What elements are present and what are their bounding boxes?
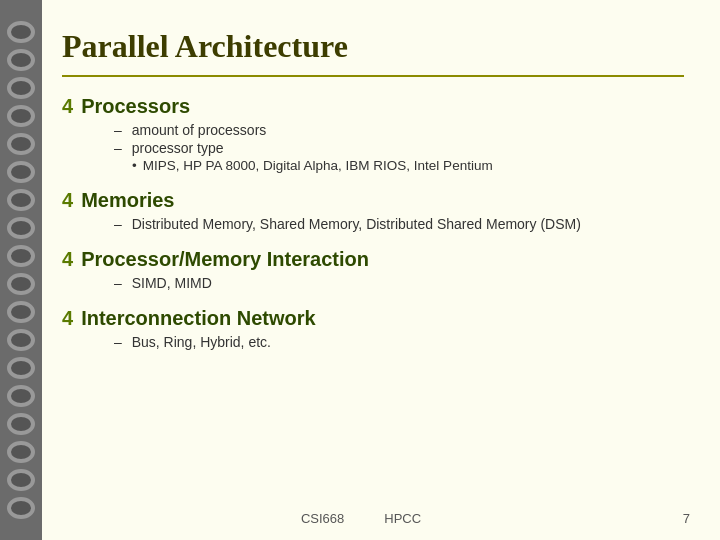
bullet-icon-memories: 4: [62, 189, 73, 212]
processor-type-item-0: MIPS, HP PA 8000, Digital Alpha, IBM RIO…: [132, 158, 684, 173]
section-label-interconnect: Interconnection Network: [81, 307, 315, 330]
memories-sublist: Distributed Memory, Shared Memory, Distr…: [114, 216, 684, 232]
spiral-ring: [7, 441, 35, 463]
proc-mem-sub-item-0: SIMD, MIMD: [114, 275, 684, 291]
spiral-ring: [7, 497, 35, 519]
processors-sub-item-1: processor type MIPS, HP PA 8000, Digital…: [114, 140, 684, 173]
spiral-ring: [7, 385, 35, 407]
section-label-proc-mem: Processor/Memory Interaction: [81, 248, 369, 271]
bullet-icon-proc-mem: 4: [62, 248, 73, 271]
bullet-icon-processors: 4: [62, 95, 73, 118]
spiral-ring: [7, 273, 35, 295]
spiral-ring: [7, 357, 35, 379]
spiral-ring: [7, 301, 35, 323]
spiral-ring: [7, 49, 35, 71]
interconnect-sublist: Bus, Ring, Hybrid, etc.: [114, 334, 684, 350]
slide-content: Parallel Architecture 4 Processors amoun…: [42, 0, 720, 540]
slide-title: Parallel Architecture: [62, 28, 684, 65]
slide-container: Parallel Architecture 4 Processors amoun…: [0, 0, 720, 540]
section-label-processors: Processors: [81, 95, 190, 118]
section-heading-proc-mem: 4 Processor/Memory Interaction: [62, 248, 684, 271]
footer-page: 7: [683, 511, 690, 526]
section-interconnect: 4 Interconnection Network Bus, Ring, Hyb…: [62, 307, 684, 352]
spiral-ring: [7, 469, 35, 491]
footer-conference: HPCC: [384, 511, 421, 526]
section-memories: 4 Memories Distributed Memory, Shared Me…: [62, 189, 684, 234]
title-divider: [62, 75, 684, 77]
spiral-ring: [7, 133, 35, 155]
bullet-icon-interconnect: 4: [62, 307, 73, 330]
interconnect-sub-item-0: Bus, Ring, Hybrid, etc.: [114, 334, 684, 350]
footer-course: CSI668: [301, 511, 344, 526]
section-label-memories: Memories: [81, 189, 174, 212]
spiral-ring: [7, 161, 35, 183]
spiral-ring: [7, 413, 35, 435]
spiral-ring: [7, 21, 35, 43]
spiral-binding: [0, 0, 42, 540]
spiral-ring: [7, 77, 35, 99]
spiral-ring: [7, 189, 35, 211]
processors-sublist: amount of processors processor type MIPS…: [114, 122, 684, 173]
section-heading-processors: 4 Processors: [62, 95, 684, 118]
processor-type-list: MIPS, HP PA 8000, Digital Alpha, IBM RIO…: [132, 158, 684, 173]
proc-mem-sublist: SIMD, MIMD: [114, 275, 684, 291]
section-processors: 4 Processors amount of processors proces…: [62, 95, 684, 175]
section-heading-interconnect: 4 Interconnection Network: [62, 307, 684, 330]
spiral-ring: [7, 105, 35, 127]
spiral-ring: [7, 329, 35, 351]
section-proc-mem: 4 Processor/Memory Interaction SIMD, MIM…: [62, 248, 684, 293]
processors-sub-item-0: amount of processors: [114, 122, 684, 138]
spiral-ring: [7, 245, 35, 267]
spiral-ring: [7, 217, 35, 239]
slide-footer: CSI668 HPCC 7: [42, 511, 720, 526]
memories-sub-item-0: Distributed Memory, Shared Memory, Distr…: [114, 216, 684, 232]
section-heading-memories: 4 Memories: [62, 189, 684, 212]
